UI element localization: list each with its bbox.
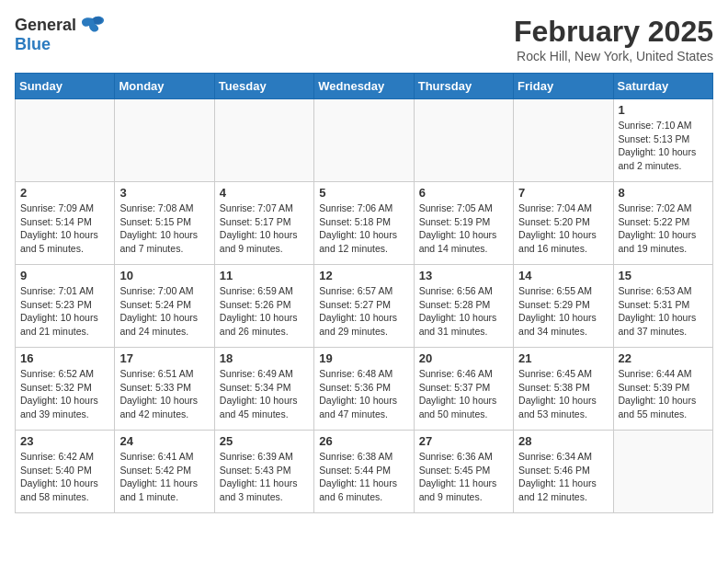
table-row: 16Sunrise: 6:52 AM Sunset: 5:32 PM Dayli… (16, 348, 115, 431)
day-number: 21 (518, 351, 608, 365)
col-sunday: Sunday (16, 74, 115, 99)
table-row: 22Sunrise: 6:44 AM Sunset: 5:39 PM Dayli… (613, 348, 712, 431)
day-number: 10 (119, 269, 209, 282)
day-number: 13 (419, 269, 508, 282)
day-info: Sunrise: 6:39 AM Sunset: 5:43 PM Dayligh… (220, 450, 309, 504)
day-info: Sunrise: 6:52 AM Sunset: 5:32 PM Dayligh… (20, 367, 109, 421)
table-row: 9Sunrise: 7:01 AM Sunset: 5:23 PM Daylig… (16, 265, 115, 348)
day-number: 24 (119, 434, 209, 448)
table-row (16, 99, 115, 182)
day-info: Sunrise: 7:00 AM Sunset: 5:24 PM Dayligh… (119, 284, 209, 339)
day-number: 14 (518, 269, 608, 282)
col-friday: Friday (514, 74, 613, 99)
day-number: 22 (619, 351, 708, 365)
table-row (115, 99, 214, 182)
day-info: Sunrise: 6:38 AM Sunset: 5:44 PM Dayligh… (319, 450, 408, 504)
day-info: Sunrise: 6:51 AM Sunset: 5:33 PM Dayligh… (119, 367, 209, 421)
calendar-week-row: 23Sunrise: 6:42 AM Sunset: 5:40 PM Dayli… (16, 431, 713, 513)
day-info: Sunrise: 7:06 AM Sunset: 5:18 PM Dayligh… (319, 201, 408, 256)
table-row: 5Sunrise: 7:06 AM Sunset: 5:18 PM Daylig… (314, 182, 414, 265)
table-row: 4Sunrise: 7:07 AM Sunset: 5:17 PM Daylig… (214, 182, 313, 265)
table-row: 18Sunrise: 6:49 AM Sunset: 5:34 PM Dayli… (214, 348, 313, 431)
day-info: Sunrise: 6:42 AM Sunset: 5:40 PM Dayligh… (20, 450, 109, 504)
table-row (314, 99, 414, 182)
day-info: Sunrise: 7:05 AM Sunset: 5:19 PM Dayligh… (419, 201, 508, 256)
day-info: Sunrise: 6:45 AM Sunset: 5:38 PM Dayligh… (518, 367, 608, 421)
logo: General Blue (15, 15, 106, 54)
calendar-week-row: 1Sunrise: 7:10 AM Sunset: 5:13 PM Daylig… (16, 99, 713, 182)
day-info: Sunrise: 6:57 AM Sunset: 5:27 PM Dayligh… (319, 284, 408, 339)
table-row: 28Sunrise: 6:34 AM Sunset: 5:46 PM Dayli… (514, 431, 613, 513)
day-number: 15 (619, 269, 708, 282)
table-row (514, 99, 613, 182)
table-row: 14Sunrise: 6:55 AM Sunset: 5:29 PM Dayli… (514, 265, 613, 348)
table-row: 24Sunrise: 6:41 AM Sunset: 5:42 PM Dayli… (115, 431, 214, 513)
day-info: Sunrise: 7:08 AM Sunset: 5:15 PM Dayligh… (119, 201, 209, 256)
day-number: 7 (518, 186, 608, 200)
day-number: 8 (619, 186, 708, 200)
day-number: 18 (220, 351, 309, 365)
table-row: 23Sunrise: 6:42 AM Sunset: 5:40 PM Dayli… (16, 431, 115, 513)
table-row: 13Sunrise: 6:56 AM Sunset: 5:28 PM Dayli… (414, 265, 513, 348)
table-row: 20Sunrise: 6:46 AM Sunset: 5:37 PM Dayli… (414, 348, 513, 431)
table-row (214, 99, 313, 182)
day-number: 28 (518, 434, 608, 448)
day-info: Sunrise: 7:10 AM Sunset: 5:13 PM Dayligh… (619, 119, 708, 173)
day-number: 5 (319, 186, 408, 200)
table-row: 25Sunrise: 6:39 AM Sunset: 5:43 PM Dayli… (214, 431, 313, 513)
table-row: 26Sunrise: 6:38 AM Sunset: 5:44 PM Dayli… (314, 431, 414, 513)
day-number: 3 (119, 186, 209, 200)
calendar-week-row: 9Sunrise: 7:01 AM Sunset: 5:23 PM Daylig… (16, 265, 713, 348)
day-number: 4 (220, 186, 309, 200)
day-info: Sunrise: 7:07 AM Sunset: 5:17 PM Dayligh… (220, 201, 309, 256)
logo-blue: Blue (15, 35, 51, 54)
calendar-week-row: 16Sunrise: 6:52 AM Sunset: 5:32 PM Dayli… (16, 348, 713, 431)
day-info: Sunrise: 6:44 AM Sunset: 5:39 PM Dayligh… (619, 367, 708, 421)
day-number: 27 (419, 434, 508, 448)
table-row: 3Sunrise: 7:08 AM Sunset: 5:15 PM Daylig… (115, 182, 214, 265)
day-info: Sunrise: 6:36 AM Sunset: 5:45 PM Dayligh… (419, 450, 508, 504)
calendar-title: February 2025 (514, 15, 713, 49)
day-number: 9 (20, 269, 109, 282)
calendar-table: Sunday Monday Tuesday Wednesday Thursday… (15, 73, 713, 513)
day-number: 17 (119, 351, 209, 365)
logo-bird-icon (80, 15, 106, 35)
table-row: 2Sunrise: 7:09 AM Sunset: 5:14 PM Daylig… (16, 182, 115, 265)
table-row: 27Sunrise: 6:36 AM Sunset: 5:45 PM Dayli… (414, 431, 513, 513)
col-wednesday: Wednesday (314, 74, 414, 99)
col-tuesday: Tuesday (214, 74, 313, 99)
col-monday: Monday (115, 74, 214, 99)
day-info: Sunrise: 6:48 AM Sunset: 5:36 PM Dayligh… (319, 367, 408, 421)
table-row: 21Sunrise: 6:45 AM Sunset: 5:38 PM Dayli… (514, 348, 613, 431)
table-row: 10Sunrise: 7:00 AM Sunset: 5:24 PM Dayli… (115, 265, 214, 348)
col-saturday: Saturday (613, 74, 712, 99)
day-info: Sunrise: 6:53 AM Sunset: 5:31 PM Dayligh… (619, 284, 708, 339)
calendar-week-row: 2Sunrise: 7:09 AM Sunset: 5:14 PM Daylig… (16, 182, 713, 265)
day-info: Sunrise: 6:56 AM Sunset: 5:28 PM Dayligh… (419, 284, 508, 339)
calendar-subtitle: Rock Hill, New York, United States (514, 49, 713, 63)
day-number: 2 (20, 186, 109, 200)
title-area: February 2025 Rock Hill, New York, Unite… (514, 15, 713, 63)
day-info: Sunrise: 7:01 AM Sunset: 5:23 PM Dayligh… (20, 284, 109, 339)
day-info: Sunrise: 7:04 AM Sunset: 5:20 PM Dayligh… (518, 201, 608, 256)
day-info: Sunrise: 7:02 AM Sunset: 5:22 PM Dayligh… (619, 201, 708, 256)
day-info: Sunrise: 6:41 AM Sunset: 5:42 PM Dayligh… (119, 450, 209, 504)
table-row (613, 431, 712, 513)
table-row: 15Sunrise: 6:53 AM Sunset: 5:31 PM Dayli… (613, 265, 712, 348)
calendar-header-row: Sunday Monday Tuesday Wednesday Thursday… (16, 74, 713, 99)
logo-general: General (15, 16, 76, 35)
day-info: Sunrise: 6:49 AM Sunset: 5:34 PM Dayligh… (220, 367, 309, 421)
table-row: 19Sunrise: 6:48 AM Sunset: 5:36 PM Dayli… (314, 348, 414, 431)
day-number: 6 (419, 186, 508, 200)
table-row (414, 99, 513, 182)
day-number: 23 (20, 434, 109, 448)
col-thursday: Thursday (414, 74, 513, 99)
day-number: 1 (619, 103, 708, 117)
page-header: General Blue February 2025 Rock Hill, Ne… (15, 15, 713, 63)
day-number: 11 (220, 269, 309, 282)
day-number: 16 (20, 351, 109, 365)
table-row: 8Sunrise: 7:02 AM Sunset: 5:22 PM Daylig… (613, 182, 712, 265)
day-info: Sunrise: 6:46 AM Sunset: 5:37 PM Dayligh… (419, 367, 508, 421)
table-row: 12Sunrise: 6:57 AM Sunset: 5:27 PM Dayli… (314, 265, 414, 348)
table-row: 1Sunrise: 7:10 AM Sunset: 5:13 PM Daylig… (613, 99, 712, 182)
